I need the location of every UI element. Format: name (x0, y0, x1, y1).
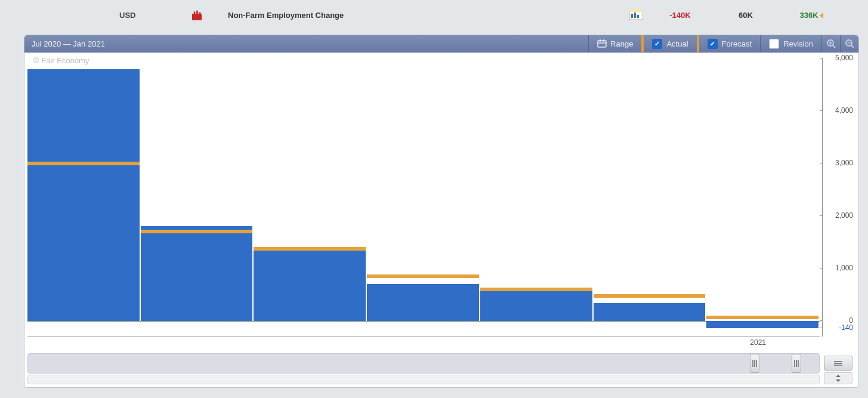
event-info-row: USD Non-Farm Employment Change -140K 60K… (0, 0, 868, 30)
svg-rect-5 (598, 41, 606, 47)
vertical-resize-button[interactable] (824, 372, 852, 384)
x-axis: 2021 (27, 337, 820, 351)
y-tick: 4,000 (823, 106, 855, 115)
currency-code: USD (119, 11, 179, 20)
svg-rect-3 (634, 13, 636, 18)
y-axis: 5,0004,0003,0002,0001,0000-140 (822, 58, 855, 337)
bar-forecast (367, 274, 479, 278)
value-forecast: 60K (713, 11, 779, 20)
bar-actual (367, 284, 479, 321)
x-axis-label: 2021 (750, 338, 766, 347)
bar-forecast (480, 288, 592, 291)
toggle-forecast[interactable]: Forecast (697, 35, 761, 52)
value-previous: 336K (779, 11, 844, 20)
y-tick: 5,000 (823, 54, 855, 62)
y-last-value: -140 (823, 323, 855, 332)
bar-actual (480, 289, 592, 321)
chart-toggle-icon[interactable] (629, 9, 642, 20)
impact-high-icon (191, 10, 204, 20)
event-values: -140K 60K 336K (629, 0, 844, 30)
svg-line-14 (851, 45, 854, 48)
svg-rect-4 (637, 15, 639, 18)
bar-actual (706, 321, 818, 328)
svg-line-10 (833, 45, 835, 48)
toggle-revision[interactable]: Revision (760, 35, 821, 52)
bar-forecast (254, 247, 366, 251)
range-handle-left[interactable] (750, 354, 759, 373)
checkbox-icon (769, 39, 779, 49)
y-tick: 2,000 (823, 211, 855, 220)
bar-forecast (594, 294, 706, 298)
chart-panel: Jul 2020 — Jan 2021 Range Actual Forecas… (24, 35, 859, 388)
bars-area (27, 58, 820, 337)
toggle-actual[interactable]: Actual (641, 35, 696, 52)
bar-actual (254, 249, 366, 320)
range-slider-track[interactable] (27, 353, 820, 374)
range-selector-button[interactable]: Range (588, 35, 641, 52)
chart-toolbar: Jul 2020 — Jan 2021 Range Actual Forecas… (24, 35, 858, 53)
bar-actual (141, 226, 253, 320)
svg-rect-1 (629, 9, 642, 12)
plot-area: © Fair Economy 5,0004,0003,0002,0001,000… (27, 53, 855, 384)
y-tick: 3,000 (823, 159, 855, 167)
vertical-controls (824, 356, 852, 384)
zoom-in-icon[interactable] (821, 35, 840, 52)
checkbox-icon (652, 39, 662, 49)
revised-arrow-icon (820, 13, 823, 18)
vertical-drag-grip[interactable] (824, 356, 852, 371)
horizontal-scrollbar[interactable] (27, 375, 820, 384)
bar-actual (27, 69, 140, 321)
checkbox-icon (708, 39, 718, 49)
bar-forecast (27, 162, 140, 165)
value-actual: -140K (647, 11, 713, 20)
svg-rect-2 (631, 14, 633, 18)
bar-actual (594, 303, 706, 321)
visible-range-text: Jul 2020 — Jan 2021 (24, 39, 105, 48)
y-tick: 1,000 (823, 264, 855, 272)
range-handle-right[interactable] (792, 354, 801, 373)
calendar-icon (597, 39, 607, 48)
bar-forecast (706, 316, 818, 319)
bar-forecast (141, 230, 253, 233)
event-title: Non-Farm Employment Change (228, 11, 344, 20)
zoom-out-icon[interactable] (840, 35, 858, 52)
